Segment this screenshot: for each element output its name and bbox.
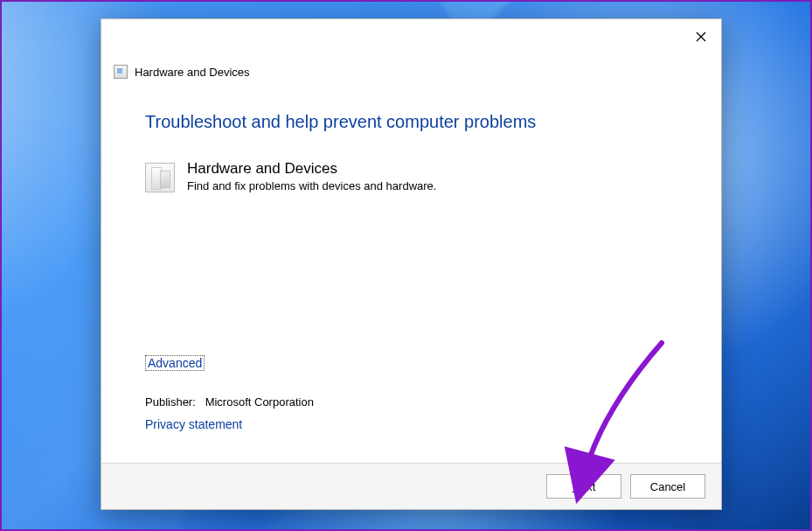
troubleshooter-dialog: Hardware and Devices Troubleshoot and he…	[101, 18, 722, 510]
troubleshooter-item: Hardware and Devices Find and fix proble…	[145, 160, 677, 192]
next-rest: ext	[580, 480, 595, 493]
item-description: Find and fix problems with devices and h…	[187, 179, 436, 192]
button-bar: Next Cancel	[101, 463, 721, 509]
window-title: Hardware and Devices	[135, 66, 250, 79]
close-button[interactable]	[686, 24, 716, 49]
content-area: Troubleshoot and help prevent computer p…	[101, 79, 721, 463]
next-mnemonic: N	[573, 480, 580, 493]
item-text-block: Hardware and Devices Find and fix proble…	[187, 160, 436, 192]
troubleshooter-icon	[114, 65, 128, 79]
hardware-devices-icon	[145, 163, 175, 192]
cancel-button[interactable]: Cancel	[630, 474, 705, 499]
lower-info-block: Advanced Publisher: Microsoft Corporatio…	[145, 355, 670, 432]
window-heading-row: Hardware and Devices	[101, 49, 721, 79]
close-icon	[696, 31, 706, 42]
privacy-statement-link[interactable]: Privacy statement	[145, 417, 242, 431]
publisher-name: Microsoft Corporation	[205, 395, 314, 409]
publisher-row: Publisher: Microsoft Corporation	[145, 395, 670, 409]
advanced-link[interactable]: Advanced	[145, 355, 205, 371]
item-title: Hardware and Devices	[187, 160, 436, 178]
next-button[interactable]: Next	[546, 474, 621, 499]
publisher-label: Publisher:	[145, 395, 196, 409]
page-heading: Troubleshoot and help prevent computer p…	[145, 112, 677, 132]
titlebar	[101, 19, 721, 49]
